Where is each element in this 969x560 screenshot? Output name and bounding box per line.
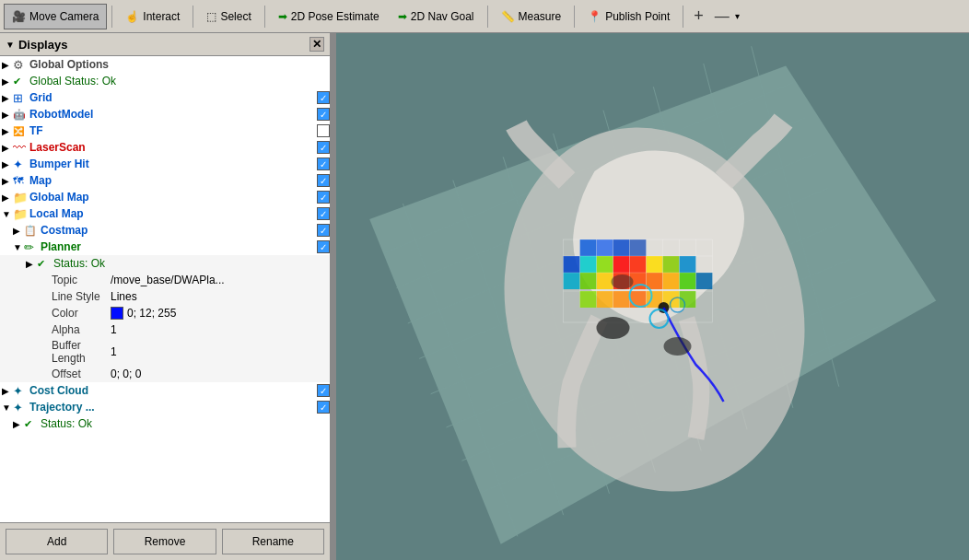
svg-rect-27	[597, 256, 613, 273]
arrow-local-map: ▼	[2, 209, 13, 219]
arrow-costmap: ▶	[13, 226, 24, 236]
arrow-grid: ▶	[2, 93, 13, 103]
icon-planner: ✏	[24, 240, 41, 254]
check-laser-scan[interactable]: ✓	[317, 141, 330, 154]
displays-close-button[interactable]: ✕	[309, 37, 324, 52]
check-trajectory[interactable]: ✓	[317, 401, 330, 414]
svg-rect-34	[696, 273, 713, 289]
prop-buffer-value: 1	[111, 345, 330, 358]
tree-item-local-map[interactable]: ▼ 📁 Local Map ✓	[0, 205, 330, 222]
check-tf[interactable]	[317, 124, 330, 137]
tree-item-planner[interactable]: ▼ ✏ Planner ✓	[0, 239, 330, 255]
check-local-map[interactable]: ✓	[317, 207, 330, 220]
interact-button[interactable]: ☝ Interact	[117, 4, 188, 29]
viewport[interactable]	[336, 33, 969, 560]
arrow-planner: ▼	[13, 242, 24, 252]
publish-point-button[interactable]: 📍 Publish Point	[579, 4, 678, 29]
svg-rect-23	[630, 256, 647, 273]
tree-item-global-status[interactable]: ▶ ✔ Global Status: Ok	[0, 73, 330, 89]
label-traj-status: Status: Ok	[41, 417, 330, 430]
check-robot-model[interactable]: ✓	[317, 108, 330, 121]
prop-color-value: 0; 12; 255	[111, 307, 330, 321]
svg-rect-40	[597, 291, 613, 308]
svg-rect-39	[630, 239, 647, 256]
prop-offset-value: 0; 0; 0	[111, 368, 330, 380]
minus-button[interactable]: —	[711, 8, 733, 25]
2d-nav-button[interactable]: ➡ 2D Nav Goal	[390, 4, 483, 29]
label-tf: TF	[29, 124, 317, 137]
tree-container[interactable]: ▶ ⚙ Global Options ▶ ✔ Global Status: Ok…	[0, 56, 330, 522]
tree-item-laser-scan[interactable]: ▶ 〰 LaserScan ✓	[0, 139, 330, 156]
svg-point-64	[664, 337, 692, 356]
prop-color: Color 0; 12; 255	[0, 305, 330, 321]
move-camera-button[interactable]: 🎥 Move Camera	[4, 4, 107, 29]
check-map[interactable]: ✓	[317, 174, 330, 187]
label-global-status: Global Status: Ok	[29, 75, 330, 88]
prop-topic-value: /move_base/DWAPla...	[111, 274, 330, 286]
svg-rect-33	[680, 256, 696, 273]
arrow-robot-model: ▶	[2, 110, 13, 120]
bottom-buttons: Add Remove Rename	[0, 522, 330, 560]
arrow-cost-cloud: ▶	[2, 386, 13, 396]
displays-title: Displays	[18, 38, 67, 52]
rename-button[interactable]: Rename	[222, 529, 324, 554]
toolbar: 🎥 Move Camera ☝ Interact ⬚ Select ➡ 2D P…	[0, 0, 969, 33]
label-cost-cloud: Cost Cloud	[29, 384, 317, 397]
interact-icon: ☝	[125, 10, 139, 23]
check-cost-cloud[interactable]: ✓	[317, 384, 330, 397]
toolbar-separator-4	[487, 6, 488, 28]
check-planner[interactable]: ✓	[317, 240, 330, 253]
arrow-bumper-hit: ▶	[2, 159, 13, 169]
remove-button[interactable]: Remove	[113, 529, 216, 554]
icon-planner-status: ✔	[37, 258, 53, 270]
add-display-button[interactable]: +	[688, 6, 709, 26]
icon-global-status: ✔	[13, 76, 29, 88]
tree-item-bumper-hit[interactable]: ▶ ✦ Bumper Hit ✓	[0, 156, 330, 172]
icon-global-options: ⚙	[13, 58, 29, 72]
tree-item-grid[interactable]: ▶ ⊞ Grid ✓	[0, 89, 330, 106]
prop-alpha-label: Alpha	[0, 323, 111, 336]
add-button[interactable]: Add	[6, 529, 108, 554]
measure-button[interactable]: 📏 Measure	[493, 4, 570, 29]
check-global-map[interactable]: ✓	[317, 191, 330, 204]
check-grid[interactable]: ✓	[317, 91, 330, 104]
toolbar-separator-3	[264, 6, 265, 28]
dropdown-button[interactable]: ▾	[735, 11, 740, 21]
label-robot-model: RobotModel	[29, 108, 317, 121]
toolbar-separator-1	[111, 6, 112, 28]
arrow-global-options: ▶	[2, 60, 13, 70]
tree-item-global-options[interactable]: ▶ ⚙ Global Options	[0, 56, 330, 73]
tree-item-trajectory[interactable]: ▼ ✦ Trajectory ... ✓	[0, 399, 330, 415]
prop-color-label: Color	[0, 307, 111, 320]
tree-item-traj-status[interactable]: ▶ ✔ Status: Ok	[0, 415, 330, 432]
icon-bumper-hit: ✦	[13, 158, 29, 171]
tree-item-robot-model[interactable]: ▶ 🤖 RobotModel ✓	[0, 106, 330, 122]
toolbar-separator-2	[193, 6, 193, 28]
displays-header: ▼ Displays ✕	[0, 33, 330, 56]
arrow-map: ▶	[2, 176, 13, 186]
select-icon: ⬚	[206, 10, 216, 23]
icon-robot-model: 🤖	[13, 109, 29, 121]
svg-rect-29	[663, 256, 680, 273]
tree-item-map[interactable]: ▶ 🗺 Map ✓	[0, 172, 330, 189]
tree-item-tf[interactable]: ▶ 🔀 TF	[0, 122, 330, 139]
main-content: ▼ Displays ✕ ▶ ⚙ Global Options ▶ ✔ Glob…	[0, 33, 969, 560]
check-costmap[interactable]: ✓	[317, 224, 330, 237]
2d-pose-button[interactable]: ➡ 2D Pose Estimate	[270, 4, 388, 29]
check-bumper-hit[interactable]: ✓	[317, 158, 330, 170]
svg-rect-26	[647, 256, 663, 273]
tree-item-cost-cloud[interactable]: ▶ ✦ Cost Cloud ✓	[0, 382, 330, 399]
color-swatch[interactable]	[111, 307, 123, 320]
arrow-traj-status: ▶	[13, 419, 24, 429]
prop-line-style-label: Line Style	[0, 290, 111, 303]
label-map: Map	[29, 174, 317, 187]
tree-item-planner-status[interactable]: ▶ ✔ Status: Ok	[0, 255, 330, 272]
tree-item-global-map[interactable]: ▶ 📁 Global Map ✓	[0, 189, 330, 205]
svg-rect-24	[597, 273, 613, 289]
tree-item-costmap[interactable]: ▶ 📋 Costmap ✓	[0, 222, 330, 239]
camera-icon: 🎥	[12, 10, 26, 23]
select-button[interactable]: ⬚ Select	[198, 4, 259, 29]
label-grid: Grid	[29, 91, 317, 104]
toolbar-separator-6	[683, 6, 683, 28]
arrow-global-map: ▶	[2, 192, 13, 203]
